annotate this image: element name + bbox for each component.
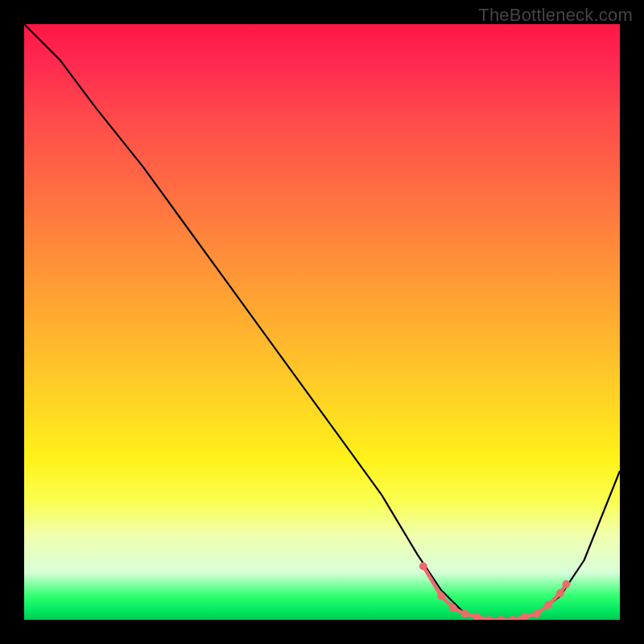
- svg-point-4: [473, 613, 481, 620]
- bottleneck-curve-line: [24, 24, 620, 620]
- svg-point-10: [545, 601, 552, 609]
- svg-point-7: [509, 617, 516, 621]
- svg-point-0: [419, 563, 427, 570]
- svg-point-6: [497, 617, 505, 621]
- svg-point-9: [533, 610, 540, 617]
- svg-point-1: [438, 592, 445, 600]
- chart-svg: [24, 24, 620, 620]
- svg-point-5: [485, 617, 493, 621]
- svg-point-2: [449, 605, 456, 612]
- chart-plot-area: [24, 24, 620, 620]
- svg-point-11: [557, 589, 564, 597]
- svg-point-8: [521, 613, 528, 620]
- svg-point-12: [563, 580, 570, 588]
- svg-point-3: [461, 610, 469, 617]
- watermark-text: TheBottleneck.com: [478, 5, 633, 26]
